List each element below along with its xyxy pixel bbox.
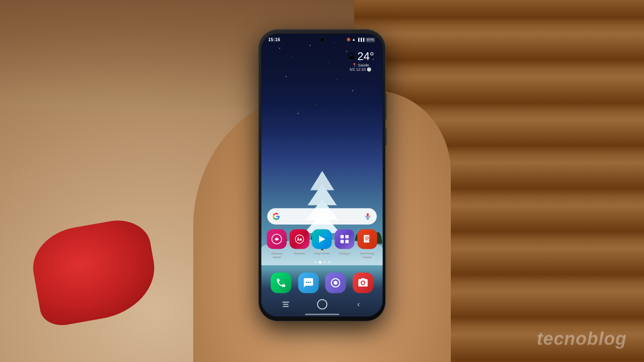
svg-point-19 [334, 281, 338, 285]
nav-back-icon: ‹ [357, 300, 360, 309]
svg-point-17 [310, 282, 311, 283]
galaxy-store-icon[interactable] [267, 229, 287, 249]
svg-rect-0 [367, 213, 369, 217]
power-button[interactable] [386, 128, 387, 145]
svg-rect-9 [340, 240, 344, 243]
status-icons: 🔕 ▲ ▐▐▐ 87% [346, 37, 375, 42]
app-item-play-store[interactable]: Play Store [311, 229, 333, 255]
weather-temperature-row: 🌤 24° [347, 50, 374, 63]
samsung-notes-label: SamsungNotes [360, 250, 374, 259]
phone-body: 15:16 🔕 ▲ ▐▐▐ 87% 🌤 24° 📍 Saúde 5/2 12:3… [259, 29, 386, 321]
play-store-svg [316, 233, 328, 244]
nav-recents-button[interactable] [279, 297, 292, 311]
nav-home-icon [317, 299, 327, 309]
tecnoblog-watermark: tecnoblog [537, 329, 627, 349]
play-store-label: Play Store [314, 250, 330, 255]
svg-rect-10 [345, 240, 349, 243]
svg-rect-7 [340, 235, 344, 238]
battery-indicator: 87% [365, 37, 375, 42]
nav-back-button[interactable]: ‹ [352, 297, 365, 311]
navigation-bar: ‹ [267, 296, 377, 312]
nav-recents-icon [282, 302, 289, 307]
dock-messages[interactable] [298, 272, 319, 293]
google-label: Google [339, 250, 350, 255]
samsung-notes-icon[interactable] [357, 229, 377, 249]
weather-temp-value: 24° [357, 50, 374, 63]
svg-point-16 [308, 282, 309, 283]
dock-samsung-pay[interactable] [325, 272, 346, 293]
dock-camera[interactable] [353, 272, 374, 293]
nav-home-button[interactable] [315, 297, 329, 311]
camera-icon [358, 277, 369, 288]
galeria-icon[interactable] [289, 229, 309, 249]
samsung-notes-svg [361, 233, 373, 244]
status-time: 15:16 [268, 37, 280, 42]
weather-sun-icon: 🌤 [347, 51, 355, 61]
samsung-pay-icon [330, 277, 341, 288]
google-g-logo [273, 212, 280, 220]
weather-widget: 🌤 24° 📍 Saúde 5/2 12:33 🕐 [347, 50, 374, 72]
signal-bars: ▐▐▐ [357, 38, 364, 42]
galaxy-store-label: GalaxyStore [271, 250, 282, 259]
page-dot-1 [314, 261, 316, 263]
svg-point-5 [298, 237, 299, 238]
page-dot-2 [319, 261, 321, 263]
weather-location: 📍 Saúde [347, 63, 374, 67]
galeria-label: Galeria [294, 250, 305, 255]
app-item-galaxy-store[interactable]: GalaxyStore [266, 229, 288, 259]
phone-device: 15:16 🔕 ▲ ▐▐▐ 87% 🌤 24° 📍 Saúde 5/2 12:3… [259, 29, 386, 321]
app-item-google[interactable]: Google [334, 229, 356, 255]
wifi-icon: ▲ [352, 37, 356, 42]
camera-hole [320, 37, 324, 42]
mute-icon: 🔕 [346, 38, 351, 42]
svg-marker-6 [319, 235, 325, 242]
google-icon[interactable] [335, 229, 355, 249]
svg-rect-8 [345, 235, 349, 238]
phone-icon [275, 277, 286, 288]
messages-icon [303, 277, 314, 288]
google-search-bar[interactable] [267, 208, 377, 224]
phone-screen: 15:16 🔕 ▲ ▐▐▐ 87% 🌤 24° 📍 Saúde 5/2 12:3… [261, 33, 383, 317]
svg-rect-11 [364, 235, 369, 242]
galaxy-store-svg [271, 233, 283, 244]
gesture-bar [305, 314, 339, 315]
play-store-icon[interactable] [312, 229, 332, 249]
svg-point-15 [306, 282, 307, 283]
mic-icon[interactable] [364, 212, 372, 220]
page-dot-3 [323, 261, 325, 263]
google-svg [339, 233, 350, 244]
svg-point-4 [295, 235, 304, 243]
dock-phone[interactable] [270, 272, 291, 293]
app-icons-row: GalaxyStore Galeria [266, 229, 379, 259]
app-dock [267, 272, 377, 293]
app-item-samsung-notes[interactable]: SamsungNotes [356, 229, 378, 259]
weather-datetime: 5/2 12:33 🕐 [347, 67, 374, 72]
volume-button[interactable] [386, 94, 387, 119]
galeria-svg [294, 233, 305, 244]
page-indicator [314, 261, 330, 263]
app-item-galeria[interactable]: Galeria [288, 229, 310, 255]
page-dot-4 [328, 261, 330, 263]
